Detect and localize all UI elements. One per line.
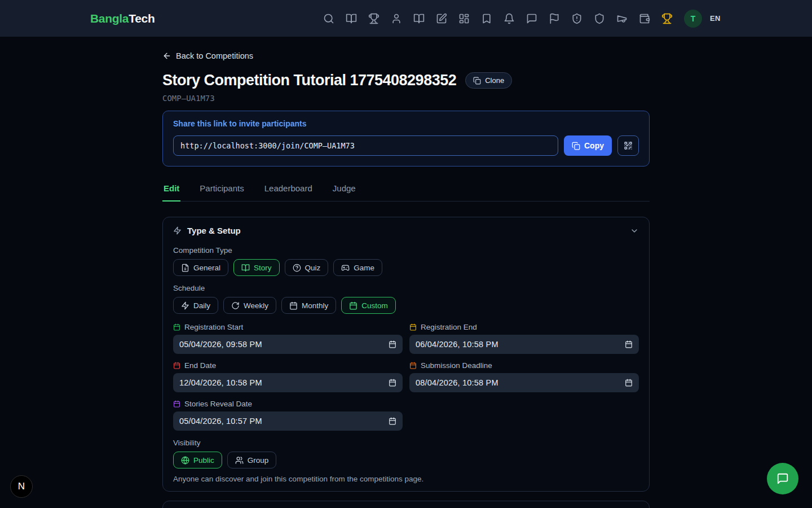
end-date-input[interactable]: 12/04/2026, 10:58 PM xyxy=(173,373,403,392)
language-toggle[interactable]: EN xyxy=(709,12,722,25)
tab-participants[interactable]: Participants xyxy=(198,183,245,202)
calendar-icon xyxy=(173,400,180,408)
date-grid: Registration Start05/04/2026, 09:58 PMRe… xyxy=(173,323,639,431)
help-circle-icon xyxy=(293,264,301,272)
chevron-down-icon[interactable] xyxy=(630,226,639,235)
calendar-picker-icon[interactable] xyxy=(389,379,396,387)
brand-logo[interactable]: BanglaTech xyxy=(90,12,155,25)
dev-indicator-badge[interactable]: N xyxy=(10,475,33,498)
calendar-icon xyxy=(173,323,180,331)
registration-start-input[interactable]: 05/04/2026, 09:58 PM xyxy=(173,335,403,354)
calendar-icon xyxy=(409,323,417,331)
option-story[interactable]: Story xyxy=(233,259,280,276)
calendar-picker-icon[interactable] xyxy=(389,340,396,348)
flag-icon xyxy=(549,13,560,24)
nav-bookmark-button[interactable] xyxy=(479,11,495,27)
chat-fab-button[interactable] xyxy=(767,463,798,494)
submission-deadline-label: Submission Deadline xyxy=(409,361,639,370)
registration-end-label: Registration End xyxy=(409,323,639,331)
megaphone-icon xyxy=(616,13,628,24)
nav-megaphone-button[interactable] xyxy=(614,11,630,27)
bell-icon xyxy=(504,13,515,24)
competition-code: COMP–UA1M73 xyxy=(162,94,650,103)
search-icon xyxy=(323,13,334,24)
globe-icon xyxy=(181,456,189,465)
option-quiz[interactable]: Quiz xyxy=(285,259,329,276)
option-public[interactable]: Public xyxy=(173,452,222,468)
submission-deadline-input[interactable]: 08/04/2026, 10:58 PM xyxy=(409,373,639,392)
option-monthly[interactable]: Monthly xyxy=(281,297,336,314)
calendar-picker-icon[interactable] xyxy=(625,379,633,387)
trophy-gold-icon xyxy=(661,13,673,24)
type-setup-card: Type & Setup Competition Type GeneralSto… xyxy=(162,217,650,492)
visibility-label: Visibility xyxy=(173,439,639,447)
user-icon xyxy=(391,13,402,24)
tab-judge[interactable]: Judge xyxy=(332,183,357,202)
nav-search-button[interactable] xyxy=(321,11,337,27)
section-title: Type & Setup xyxy=(187,226,241,235)
brand-second: Tech xyxy=(129,12,155,25)
nav-book-open-button[interactable] xyxy=(343,11,359,27)
edit-icon xyxy=(436,13,447,24)
share-label: Share this link to invite participants xyxy=(173,119,639,128)
nav-dashboard-button[interactable] xyxy=(456,11,472,27)
copy-link-button[interactable]: Copy xyxy=(564,135,612,156)
nav-trophy-gold-button[interactable] xyxy=(659,11,675,27)
share-row: Copy xyxy=(173,135,639,156)
option-custom[interactable]: Custom xyxy=(341,297,396,314)
tab-edit[interactable]: Edit xyxy=(162,183,180,202)
calendar-picker-icon[interactable] xyxy=(389,417,396,425)
field-end-date: End Date12/04/2026, 10:58 PM xyxy=(173,361,403,392)
copy-icon xyxy=(572,142,580,150)
clone-button[interactable]: Clone xyxy=(465,72,512,89)
end-date-label: End Date xyxy=(173,361,403,370)
dashboard-icon xyxy=(458,13,470,24)
option-general[interactable]: General xyxy=(173,259,228,276)
option-daily[interactable]: Daily xyxy=(173,297,218,314)
nav-user-button[interactable] xyxy=(389,11,404,27)
nav-flag-button[interactable] xyxy=(546,11,562,27)
schedule-label: Schedule xyxy=(173,284,639,292)
option-game[interactable]: Game xyxy=(333,259,382,276)
gamepad-icon xyxy=(341,264,350,272)
shield-icon xyxy=(594,13,605,24)
chat-icon xyxy=(526,13,537,24)
visibility-helper-text: Anyone can discover and join this compet… xyxy=(173,475,639,483)
nav-edit-button[interactable] xyxy=(434,11,449,27)
nav-book-open-2-button[interactable] xyxy=(411,11,427,27)
nav-shield-button[interactable] xyxy=(592,11,607,27)
field-submission-deadline: Submission Deadline08/04/2026, 10:58 PM xyxy=(409,361,639,392)
book-open-icon xyxy=(241,264,250,272)
nav-wallet-button[interactable] xyxy=(637,11,652,27)
qr-code-icon xyxy=(624,141,633,150)
tab-leaderboard[interactable]: Leaderboard xyxy=(263,183,314,202)
qr-code-button[interactable] xyxy=(617,135,639,156)
copy-icon xyxy=(473,77,481,85)
title-row: Story Competition Tutorial 1775408298352… xyxy=(162,72,650,89)
stories-reveal-date-input[interactable]: 05/04/2026, 10:57 PM xyxy=(173,411,403,431)
nav-bell-button[interactable] xyxy=(501,11,517,27)
option-group[interactable]: Group xyxy=(227,452,277,468)
back-to-competitions-link[interactable]: Back to Competitions xyxy=(162,51,253,60)
nav-chat-button[interactable] xyxy=(524,11,540,27)
visibility-options: PublicGroup xyxy=(173,452,639,468)
user-avatar[interactable]: T xyxy=(684,10,702,28)
calendar-picker-icon[interactable] xyxy=(625,340,633,348)
users-icon xyxy=(235,456,244,465)
book-open-icon xyxy=(346,13,357,24)
registration-end-input[interactable]: 06/04/2026, 10:58 PM xyxy=(409,335,639,354)
zap-icon xyxy=(173,226,182,235)
share-link-card: Share this link to invite participants C… xyxy=(162,111,650,167)
clone-button-label: Clone xyxy=(485,76,504,85)
calendar-icon xyxy=(409,362,417,369)
nav-trophy-button[interactable] xyxy=(366,11,382,27)
type-setup-header[interactable]: Type & Setup xyxy=(163,217,649,244)
option-weekly[interactable]: Weekly xyxy=(223,297,276,314)
tab-bar: EditParticipantsLeaderboardJudge xyxy=(162,183,650,202)
next-section-card xyxy=(162,501,650,508)
share-link-input[interactable] xyxy=(173,135,558,156)
competition-type-label: Competition Type xyxy=(173,246,639,255)
shield-alert-icon xyxy=(571,13,582,24)
nav-shield-alert-button[interactable] xyxy=(569,11,585,27)
calendar-icon xyxy=(349,301,358,310)
